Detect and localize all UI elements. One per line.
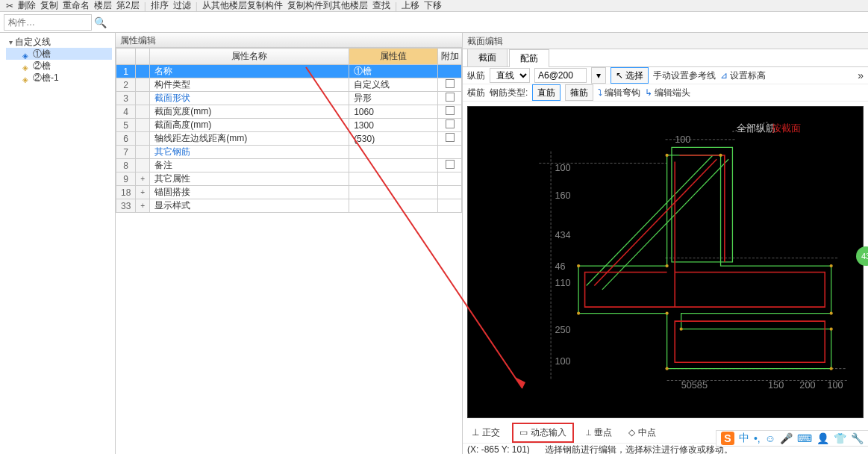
snap-ortho[interactable]: ⊥正交 (467, 425, 505, 441)
prop-val[interactable]: 1060 (349, 105, 438, 119)
prop-add[interactable] (438, 159, 462, 172)
row-num: 2 (116, 78, 136, 92)
svg-text:50585: 50585 (681, 380, 708, 391)
prop-val[interactable]: 自定义线 (349, 78, 438, 92)
prop-val[interactable] (349, 172, 438, 186)
section-canvas[interactable]: 100 160 434 46 110 250 100 50585 150 200… (467, 106, 864, 418)
ime-mic-icon[interactable]: 🎤 (780, 432, 793, 444)
tb-copy[interactable]: 复制 (40, 0, 58, 12)
expand-cell (136, 159, 150, 172)
tab-rebar[interactable]: 配筋 (509, 49, 549, 67)
row-num: 5 (116, 119, 136, 132)
prop-val[interactable] (349, 186, 438, 199)
ime-kbd-icon[interactable]: ⌨ (797, 432, 812, 444)
dropdown-icon[interactable]: ▾ (591, 67, 606, 84)
prop-val[interactable]: ①檐 (349, 65, 438, 78)
tb-floor[interactable]: 楼层 (94, 0, 112, 12)
prop-row[interactable]: 4截面宽度(mm)1060 (116, 105, 462, 119)
straight-button[interactable]: 直筋 (532, 84, 561, 101)
snap-perp[interactable]: ⟂垂点 (581, 425, 616, 441)
search-input[interactable] (4, 14, 92, 31)
prop-row[interactable]: 5截面高度(mm)1300 (116, 119, 462, 132)
end-icon: ↳ (645, 87, 652, 98)
prop-row[interactable]: 6轴线距左边线距离(mm)(530) (116, 132, 462, 146)
prop-name: 锚固搭接 (150, 186, 349, 199)
spec-input[interactable] (534, 68, 587, 83)
expand-cell[interactable]: + (136, 172, 150, 186)
prop-row[interactable]: 7其它钢筋 (116, 146, 462, 159)
prop-val[interactable] (349, 159, 438, 172)
prop-row[interactable]: 1名称①檐 (116, 65, 462, 78)
prop-add[interactable] (438, 172, 462, 186)
longi-label: 纵筋 (467, 69, 485, 82)
prop-add[interactable] (438, 78, 462, 92)
edit-end[interactable]: ↳编辑端头 (645, 87, 690, 99)
tb-floor2[interactable]: 第2层 (116, 0, 140, 12)
ime-tool-icon[interactable]: 🔧 (851, 432, 864, 444)
prop-add[interactable] (438, 132, 462, 146)
prop-row[interactable]: 18+锚固搭接 (116, 186, 462, 199)
expand-cell (136, 132, 150, 146)
edit-hook[interactable]: ⤵编辑弯钩 (598, 87, 640, 99)
set-elevation[interactable]: ⊿设置标高 (720, 69, 766, 82)
expand-cell[interactable]: + (136, 186, 150, 199)
ime-emoji-icon[interactable]: ☺ (765, 432, 775, 444)
prop-add[interactable] (438, 199, 462, 213)
tb-cut[interactable]: ✂ (6, 1, 13, 11)
tab-section[interactable]: 截面 (467, 49, 508, 66)
tree-item-3[interactable]: ②檐-1 (6, 72, 112, 84)
tb-up[interactable]: 上移 (402, 0, 419, 12)
snap-dynamic[interactable]: ▭动态输入 (512, 423, 574, 443)
search-icon[interactable]: 🔍 (92, 14, 108, 31)
ime-s-icon[interactable]: S (721, 432, 734, 445)
tb-del[interactable]: 删除 (18, 0, 36, 12)
ime-user-icon[interactable]: 👤 (817, 432, 829, 444)
tree-item-2[interactable]: ②檐 (6, 60, 112, 72)
tb-rename[interactable]: 重命名 (63, 0, 90, 12)
perp-icon: ⟂ (586, 427, 591, 438)
line-select[interactable]: 直线 (490, 68, 530, 83)
prop-row[interactable]: 8备注 (116, 159, 462, 172)
prop-add[interactable] (438, 105, 462, 119)
row-num: 7 (116, 146, 136, 159)
prop-add[interactable] (438, 186, 462, 199)
tree-item-1[interactable]: ①檐 (6, 48, 112, 60)
svg-point-12 (577, 264, 580, 267)
tree-root-item[interactable]: ▾ 自定义线 (6, 36, 112, 48)
prop-name: 截面高度(mm) (150, 119, 349, 132)
prop-row[interactable]: 2构件类型自定义线 (116, 78, 462, 92)
tb-find[interactable]: 查找 (372, 0, 390, 12)
snap-mid[interactable]: ◇中点 (624, 425, 661, 441)
prop-row[interactable]: 33+显示样式 (116, 199, 462, 213)
ime-zh[interactable]: 中 (739, 432, 749, 445)
stirrup-button[interactable]: 箍筋 (565, 84, 593, 101)
ime-skin-icon[interactable]: 👕 (834, 432, 846, 444)
select-button[interactable]: ↖选择 (611, 67, 649, 84)
rtype-label: 钢筋类型: (490, 87, 528, 99)
cursor-icon: ↖ (616, 70, 623, 81)
tb-down[interactable]: 下移 (424, 0, 442, 12)
prop-val[interactable]: (530) (349, 132, 438, 146)
tb-filter[interactable]: 过滤 (173, 0, 191, 12)
tree-icon (22, 74, 30, 81)
collapse-icon[interactable]: ▾ (6, 38, 15, 46)
prop-row[interactable]: 9+其它属性 (116, 172, 462, 186)
tree-panel: ▾ 自定义线 ①檐 ②檐 ②檐-1 (0, 33, 116, 454)
prop-val[interactable] (349, 146, 438, 159)
expand-icon[interactable]: » (858, 69, 864, 81)
prop-add[interactable] (438, 119, 462, 132)
tb-sort[interactable]: 排序 (151, 0, 169, 12)
expand-cell[interactable]: + (136, 199, 150, 213)
tb-copyto[interactable]: 复制构件到其他楼层 (287, 0, 368, 12)
expand-cell (136, 119, 150, 132)
prop-val[interactable]: 1300 (349, 119, 438, 132)
ime-punct-icon[interactable]: •, (754, 432, 761, 444)
prop-row[interactable]: 3截面形状异形 (116, 92, 462, 105)
prop-add[interactable] (438, 65, 462, 78)
prop-val[interactable]: 异形 (349, 92, 438, 105)
prop-add[interactable] (438, 146, 462, 159)
tb-copyfrom[interactable]: 从其他楼层复制构件 (202, 0, 283, 12)
prop-val[interactable] (349, 199, 438, 213)
prop-add[interactable] (438, 92, 462, 105)
manual-refline[interactable]: 手动设置参考线 (653, 69, 716, 82)
